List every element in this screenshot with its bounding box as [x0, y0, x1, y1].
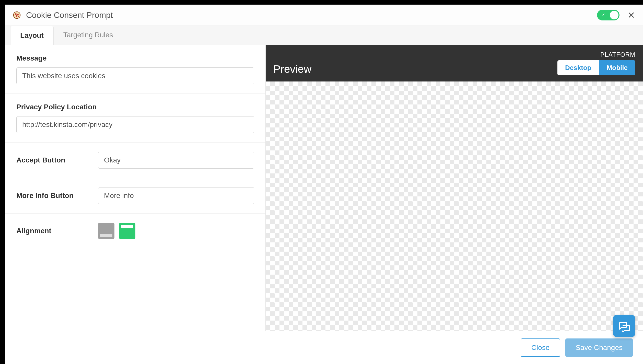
svg-point-3: [16, 16, 17, 17]
tab-targeting-rules[interactable]: Targeting Rules: [54, 26, 123, 45]
alignment-field-row: Alignment: [5, 214, 265, 248]
chat-fab[interactable]: [613, 315, 635, 337]
accept-field-row: Accept Button: [5, 143, 265, 178]
preview-title: Preview: [273, 63, 311, 75]
preview-header: Preview PLATFORM Desktop Mobile: [266, 45, 643, 81]
platform-toggle: Desktop Mobile: [557, 60, 635, 75]
platform-section: PLATFORM Desktop Mobile: [557, 51, 635, 75]
align-bottom-option[interactable]: [98, 223, 114, 239]
align-top-option[interactable]: [119, 223, 135, 239]
modal-footer: Close Save Changes: [5, 331, 643, 364]
svg-point-4: [18, 16, 19, 17]
privacy-field-group: Privacy Policy Location: [5, 94, 265, 143]
message-field-group: Message: [5, 45, 265, 94]
tab-layout[interactable]: Layout: [10, 26, 54, 45]
close-icon[interactable]: [627, 11, 635, 19]
svg-point-0: [14, 12, 20, 19]
moreinfo-input[interactable]: [98, 187, 254, 204]
enable-toggle[interactable]: ✓: [597, 10, 619, 20]
svg-point-2: [17, 14, 18, 15]
check-icon: ✓: [601, 12, 605, 18]
save-changes-button[interactable]: Save Changes: [565, 338, 633, 357]
moreinfo-label: More Info Button: [16, 192, 98, 200]
message-input[interactable]: [16, 67, 254, 84]
modal-title: Cookie Consent Prompt: [26, 10, 597, 20]
moreinfo-field-row: More Info Button: [5, 178, 265, 214]
svg-point-1: [15, 14, 16, 15]
cookie-icon: [13, 11, 21, 19]
accept-label: Accept Button: [16, 156, 98, 164]
preview-panel: Preview PLATFORM Desktop Mobile: [266, 45, 643, 331]
close-button[interactable]: Close: [521, 338, 560, 357]
form-panel: Message Privacy Policy Location Accept B…: [5, 45, 266, 331]
message-label: Message: [16, 54, 254, 62]
preview-canvas: [266, 81, 643, 331]
alignment-options: [98, 223, 135, 239]
modal-header: Cookie Consent Prompt ✓: [5, 5, 643, 26]
platform-desktop-button[interactable]: Desktop: [557, 60, 599, 75]
platform-mobile-button[interactable]: Mobile: [599, 60, 635, 75]
alignment-label: Alignment: [16, 227, 98, 235]
platform-label: PLATFORM: [557, 51, 635, 58]
privacy-label: Privacy Policy Location: [16, 103, 254, 111]
chat-icon: [618, 320, 630, 332]
cookie-consent-modal: Cookie Consent Prompt ✓ Layout Targeting…: [5, 5, 643, 364]
privacy-input[interactable]: [16, 116, 254, 133]
tabs-bar: Layout Targeting Rules: [5, 26, 643, 45]
modal-body: Message Privacy Policy Location Accept B…: [5, 45, 643, 331]
accept-input[interactable]: [98, 152, 254, 169]
